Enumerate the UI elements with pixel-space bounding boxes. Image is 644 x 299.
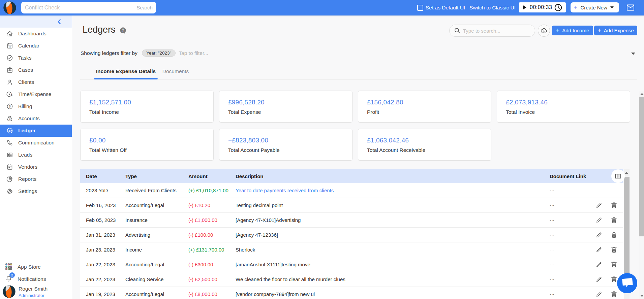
svg-text:$: $ — [9, 104, 11, 108]
svg-text:$: $ — [11, 93, 12, 96]
svg-text:11: 11 — [8, 45, 11, 48]
svg-text:?: ? — [122, 28, 124, 33]
svg-text:$: $ — [9, 129, 11, 132]
svg-text:$: $ — [9, 118, 11, 121]
